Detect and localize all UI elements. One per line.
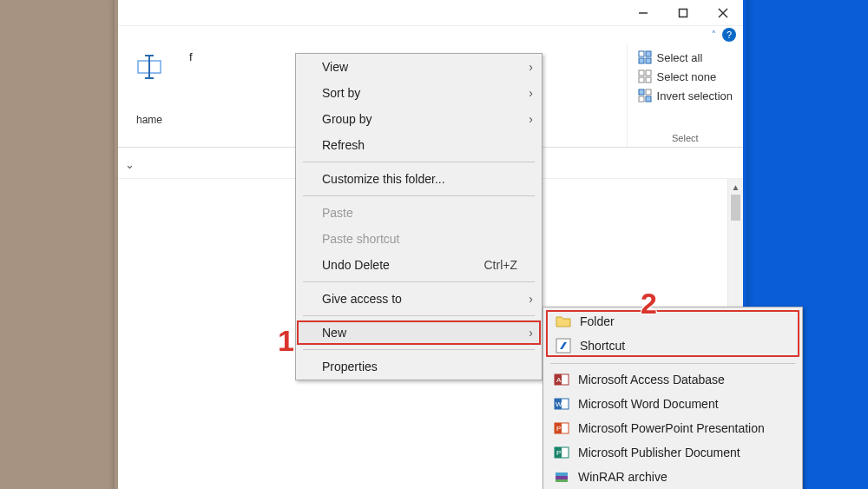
menu-refresh[interactable]: Refresh	[296, 132, 542, 158]
submenu-publisher-label: Microsoft Publisher Document	[578, 446, 740, 459]
help-row: ˄ ?	[118, 26, 743, 43]
scroll-up-arrow-icon[interactable]: ▲	[728, 179, 743, 195]
menu-separator	[303, 349, 535, 350]
ribbon-collapse-chevron-icon[interactable]: ˄	[711, 29, 717, 42]
menu-sort-by-label: Sort by	[322, 86, 360, 100]
select-none-button[interactable]: Select none	[638, 69, 733, 83]
submenu-word-doc[interactable]: W Microsoft Word Document	[543, 392, 802, 416]
select-none-label: Select none	[657, 70, 717, 83]
rename-icon[interactable]	[135, 50, 163, 83]
maximize-button[interactable]	[663, 0, 703, 26]
menu-customize-folder[interactable]: Customize this folder...	[296, 166, 542, 192]
svg-rect-10	[639, 58, 644, 63]
svg-text:A: A	[556, 376, 562, 384]
annotation-marker-2: 2	[641, 287, 657, 320]
invert-selection-button[interactable]: Invert selection	[638, 89, 733, 102]
menu-separator	[550, 363, 795, 364]
submenu-arrow-icon: ›	[529, 326, 533, 340]
ribbon-select-group: Select all Select none Invert selection …	[628, 43, 743, 147]
menu-paste-shortcut: Paste shortcut	[296, 226, 542, 252]
submenu-arrow-icon: ›	[529, 60, 533, 74]
submenu-shortcut[interactable]: Shortcut	[545, 334, 800, 358]
submenu-publisher[interactable]: P Microsoft Publisher Document	[543, 440, 802, 465]
menu-refresh-label: Refresh	[322, 138, 365, 152]
svg-rect-13	[646, 70, 651, 76]
svg-rect-35	[556, 479, 568, 482]
menu-paste-label: Paste	[322, 206, 353, 220]
publisher-icon: P	[554, 445, 569, 460]
help-icon[interactable]: ?	[722, 28, 736, 42]
submenu-winrar-label: WinRAR archive	[578, 470, 667, 484]
svg-rect-17	[646, 89, 651, 95]
svg-rect-8	[639, 51, 644, 56]
menu-paste: Paste	[296, 200, 542, 226]
menu-view[interactable]: View›	[296, 54, 542, 80]
shortcut-icon	[556, 338, 571, 354]
menu-undo-keybind: Ctrl+Z	[484, 258, 518, 272]
select-all-button[interactable]: Select all	[638, 50, 733, 64]
invert-selection-icon	[638, 89, 652, 102]
submenu-access-db[interactable]: A Microsoft Access Database	[543, 367, 802, 392]
menu-properties[interactable]: Properties	[296, 354, 542, 380]
context-menu: View› Sort by› Group by› Refresh Customi…	[295, 53, 542, 380]
titlebar	[118, 0, 743, 26]
new-submenu: Folder Shortcut A Microsoft Access Datab…	[542, 307, 803, 489]
select-none-icon	[638, 69, 652, 83]
submenu-folder-label: Folder	[580, 314, 615, 328]
scroll-thumb[interactable]	[731, 195, 740, 221]
svg-rect-19	[646, 96, 651, 102]
submenu-arrow-icon: ›	[529, 86, 533, 100]
submenu-winrar[interactable]: WinRAR archive	[543, 465, 802, 489]
menu-paste-shortcut-label: Paste shortcut	[322, 232, 400, 246]
svg-rect-15	[646, 77, 651, 83]
menu-new[interactable]: New›	[296, 320, 542, 346]
svg-rect-12	[639, 70, 644, 76]
menu-group-by[interactable]: Group by›	[296, 106, 542, 132]
menu-customize-label: Customize this folder...	[322, 172, 445, 186]
submenu-arrow-icon: ›	[529, 112, 533, 126]
menu-give-access-to[interactable]: Give access to›	[296, 286, 542, 312]
svg-text:P: P	[556, 425, 561, 433]
submenu-folder[interactable]: Folder	[545, 309, 800, 334]
svg-text:P: P	[556, 449, 561, 457]
word-icon: W	[554, 396, 569, 412]
ribbon-select-group-label: Select	[638, 129, 733, 143]
menu-sort-by[interactable]: Sort by›	[296, 80, 542, 106]
nav-chevron-down-icon[interactable]: ⌄	[125, 158, 135, 171]
svg-rect-1	[680, 9, 687, 17]
menu-undo-delete[interactable]: Undo DeleteCtrl+Z	[296, 252, 542, 278]
menu-separator	[303, 162, 535, 162]
select-all-icon	[638, 50, 652, 64]
submenu-word-label: Microsoft Word Document	[578, 397, 719, 411]
submenu-highlight-box: Folder Shortcut	[545, 309, 800, 358]
menu-properties-label: Properties	[322, 360, 378, 373]
winrar-icon	[554, 469, 569, 485]
svg-rect-11	[646, 58, 651, 63]
menu-give-access-label: Give access to	[322, 292, 402, 306]
svg-text:W: W	[556, 400, 562, 408]
menu-separator	[303, 315, 535, 316]
svg-rect-18	[639, 96, 644, 102]
svg-rect-16	[639, 89, 644, 95]
menu-undo-delete-label: Undo Delete	[322, 258, 390, 272]
svg-rect-9	[646, 51, 651, 56]
submenu-access-label: Microsoft Access Database	[578, 373, 725, 387]
invert-selection-label: Invert selection	[657, 89, 733, 102]
annotation-marker-1: 1	[278, 324, 294, 358]
svg-rect-34	[556, 472, 568, 476]
submenu-arrow-icon: ›	[529, 292, 533, 306]
svg-rect-14	[639, 77, 644, 83]
ribbon-rename-label: hame	[136, 114, 162, 126]
select-all-label: Select all	[657, 51, 703, 64]
menu-view-label: View	[322, 60, 348, 74]
minimize-button[interactable]	[623, 0, 663, 26]
submenu-shortcut-label: Shortcut	[580, 339, 625, 353]
submenu-powerpoint[interactable]: P Microsoft PowerPoint Presentation	[543, 416, 802, 440]
menu-separator	[303, 281, 535, 282]
ribbon-rename-group: hame	[118, 43, 181, 147]
close-button[interactable]	[703, 0, 743, 26]
menu-new-label: New	[322, 326, 346, 340]
menu-separator	[303, 195, 535, 196]
access-icon: A	[554, 372, 569, 387]
powerpoint-icon: P	[554, 420, 569, 436]
